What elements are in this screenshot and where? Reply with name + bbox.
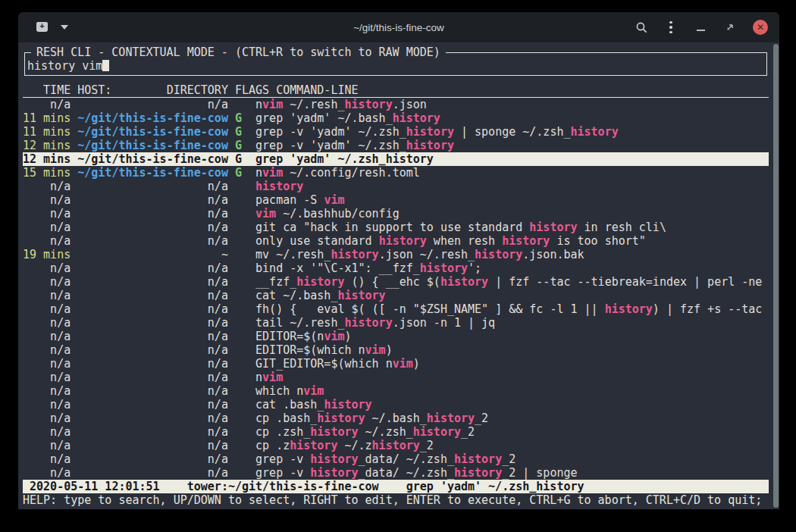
restore-icon [725,23,735,32]
history-row[interactable]: n/a n/a vim ~/.bashhub/config [23,207,769,221]
history-row[interactable]: 19 mins ~ mv ~/.resh_history.json ~/.res… [23,248,769,261]
history-row[interactable]: n/a n/a pacman -S vim [23,193,769,207]
new-tab-button[interactable]: + [35,21,49,33]
kebab-dot [669,26,672,29]
history-row[interactable]: n/a n/a bind -x '"\C-x1": __fzf_history'… [23,261,769,275]
history-row[interactable]: n/a n/a grep -v history_data/ ~/.zsh_his… [23,452,769,466]
history-row[interactable]: n/a n/a nvim [23,371,769,384]
history-row[interactable]: n/a n/a git ca "hack in support to use s… [23,221,769,234]
scrollbar[interactable] [773,44,779,508]
terminal-content: RESH CLI - CONTEXTUAL MODE - (CTRL+R to … [18,42,779,509]
minimize-icon [697,30,705,31]
kebab-dot [669,21,672,24]
text-cursor [102,60,109,71]
history-rows: n/a n/a nvim ~/.resh_history.json11 mins… [23,98,769,480]
close-button[interactable]: ✕ [753,20,768,35]
history-row[interactable]: n/a n/a EDITOR=$(which nvim) [23,343,769,357]
history-row[interactable]: n/a n/a nvim ~/.resh_history.json [23,98,769,111]
chevron-down-icon[interactable] [61,25,68,30]
search-button[interactable] [635,20,648,34]
history-row[interactable]: n/a n/a cp .zsh_history ~/.zsh_history_2 [23,425,769,439]
minimize-button[interactable] [694,20,707,34]
history-row[interactable]: n/a n/a cat ~/.bash_history [23,289,769,302]
search-input[interactable]: history vim [27,59,766,73]
history-row[interactable]: n/a n/a which nvim [23,384,769,398]
resh-search-box: RESH CLI - CONTEXTUAL MODE - (CTRL+R to … [24,45,767,76]
table-header: TIME HOST: DIRECTORY FLAGS COMMAND-LINE [23,83,769,98]
search-icon [635,21,648,34]
history-row[interactable]: n/a n/a grep -v history_data/ ~/.zsh_his… [23,466,769,480]
plus-icon: + [36,21,48,31]
menu-button[interactable] [664,20,678,34]
kebab-dot [669,31,672,34]
history-row[interactable]: n/a n/a EDITOR=$(nvim) [23,330,769,343]
history-row[interactable]: 11 mins ~/git/this-is-fine-cow G grep 'y… [23,111,769,125]
help-line: HELP: type to search, UP/DOWN to select,… [23,493,769,507]
history-row[interactable]: n/a n/a cat .bash_history [23,398,769,412]
history-row[interactable]: n/a n/a GIT_EDITOR=$(which nvim) [23,357,769,371]
search-box-title: RESH CLI - CONTEXTUAL MODE - (CTRL+R to … [31,45,446,59]
history-row[interactable]: 12 mins ~/git/this-is-fine-cow G grep 'y… [23,152,769,166]
history-row[interactable]: n/a n/a cp .bash_history ~/.bash_history… [23,412,769,425]
history-row[interactable]: n/a n/a fh() { eval $( ([ -n "$ZSH_NAME"… [23,302,769,316]
history-row[interactable]: n/a n/a history [23,180,769,193]
history-row[interactable]: n/a n/a cp .zhistory ~/.zhistory_2 [23,439,769,452]
history-row[interactable]: n/a n/a tail ~/.resh_history.json -n 1 |… [23,316,769,330]
status-bar: 2020-05-11 12:01:51 tower:~/git/this-is-… [23,480,769,493]
history-row[interactable]: 11 mins ~/git/this-is-fine-cow G grep -v… [23,125,769,139]
history-row[interactable]: n/a n/a __fzf_history () { __ehc $(histo… [23,275,769,289]
history-row[interactable]: 12 mins ~/git/this-is-fine-cow G grep -v… [23,139,769,152]
history-row[interactable]: n/a n/a only use standard history when r… [23,234,769,248]
search-query: history vim [27,59,102,73]
history-row[interactable]: 15 mins ~/git/this-is-fine-cow G nvim ~/… [23,166,769,180]
restore-button[interactable] [723,20,737,34]
terminal-window: + ~/git/this-is-fine-cow [18,12,779,509]
title-bar: + ~/git/this-is-fine-cow [18,12,779,42]
